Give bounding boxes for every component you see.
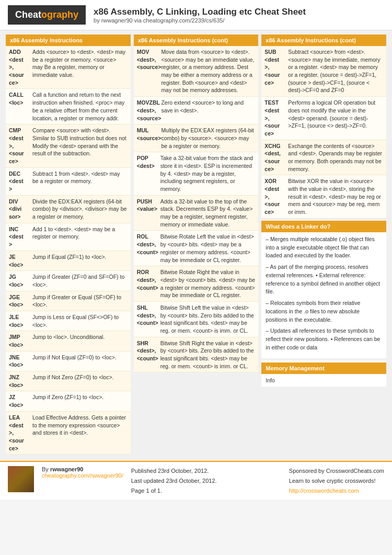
- entry-val-sub: Subtract <source> from <dest>. <source> …: [288, 48, 383, 94]
- entry-key-cmp: CMP<dest>,<source>: [9, 127, 32, 165]
- entry-key-shr: SHR<dest>,<count>: [137, 339, 160, 370]
- entry-key-dec: DEC<dest>: [9, 170, 32, 193]
- entry-shr: SHR<dest>,<count> Bitwise Shift Right th…: [134, 337, 259, 373]
- entry-val-test: Performs a logical OR operation but does…: [288, 99, 383, 137]
- footer-avatar: [8, 466, 34, 492]
- entry-val-xor: Bitwise XOR the value in <source> with t…: [288, 177, 383, 216]
- entry-pop: POP<dest> Take a 32-bit value from the s…: [134, 152, 259, 195]
- entry-movzbl: MOVZBL<dest>,<source> Zero extend <sourc…: [134, 97, 259, 124]
- learn-text: Learn to solve cryptic crosswords!: [289, 478, 376, 484]
- main-content: x86 Assembly Instructions ADD<dest>,<sou…: [0, 30, 392, 461]
- avatar-image: [8, 466, 34, 492]
- entry-val-cmp: Compare <source> with <dest>. Similar to…: [32, 127, 128, 165]
- entry-dec: DEC<dest> Subtract 1 from <dest>. <dest>…: [6, 168, 131, 196]
- sponsor-link[interactable]: http://crosswordcheats.com: [289, 488, 359, 494]
- entry-key-ror: ROR<dest>,<count>: [137, 268, 160, 299]
- linker-body: – Merges multiple relocatable (.o) objec…: [261, 232, 386, 358]
- linker-header: What does a Linker do?: [261, 221, 386, 232]
- entry-key-movzbl: MOVZBL<dest>,<source>: [137, 99, 162, 122]
- entry-jge: JGE<loc> Jump if Greater or Equal (SF=OF…: [6, 291, 131, 311]
- profile-link[interactable]: cheatography.com/rwwagner90/: [42, 472, 123, 479]
- entry-key-xchg: XCHG<dest,<source>: [264, 142, 288, 173]
- entry-val-lea: Load Effective Address. Gets a pointer t…: [32, 414, 128, 452]
- entry-key-rol: ROL<dest>,<count>: [137, 233, 160, 264]
- entry-ror: ROR<dest>,<count> Bitwise Rotate Right t…: [134, 266, 259, 302]
- entry-val-dec: Subtract 1 from <dest>. <dest> may be a …: [32, 170, 128, 193]
- entry-test: TEST<dest>,<source> Performs a logical O…: [261, 97, 386, 140]
- entry-shl: SHL<dest>,<count> Bitwise Shift Left the…: [134, 302, 259, 337]
- entry-xor: XOR<dest>,<source> Bitwise XOR the value…: [261, 175, 386, 218]
- entry-key-jmp: JMP<loc>: [9, 333, 32, 348]
- entry-key-test: TEST<dest>,<source>: [264, 99, 288, 137]
- entry-val-pop: Take a 32-bit value from the stack and s…: [160, 154, 256, 192]
- entry-key-sub: SUB<dest>,<source>: [264, 48, 288, 94]
- entry-val-jnz: Jump if Not Zero (ZF=0) to <loc>.: [32, 373, 114, 389]
- entry-val-rol: Bitwise Rotate Left the value in <dest> …: [160, 233, 256, 264]
- entry-val-xchg: Exchange the contents of <source> and <d…: [288, 142, 383, 173]
- entry-key-add: ADD<dest>,<source>: [9, 48, 32, 86]
- entry-key-jnz: JNZ<loc>: [9, 373, 32, 389]
- entry-lea: LEA<dest>,<source> Load Effective Addres…: [6, 412, 131, 455]
- entry-val-je: Jump if Equal (ZF=1) to <loc>.: [32, 253, 107, 268]
- entry-key-je: JE<loc>: [9, 253, 32, 268]
- entry-key-jz: JZ<loc>: [9, 393, 32, 409]
- entry-jne: JNE<loc> Jump if Not Equal (ZF=0) to <lo…: [6, 352, 131, 371]
- entry-sub: SUB<dest>,<source> Subtract <source> fro…: [261, 46, 386, 97]
- column-1: x86 Assembly Instructions ADD<dest>,<sou…: [6, 35, 131, 457]
- linker-item-3: – Relocates symbols from their relative …: [266, 299, 382, 324]
- entry-val-push: Adds a 32-bit value to the top of the st…: [160, 198, 256, 229]
- memory-header: Memory Management: [261, 363, 386, 374]
- entry-cmp: CMP<dest>,<source> Compare <source> with…: [6, 124, 131, 167]
- entry-val-ror: Bitwise Rotate Right the value in <dest>…: [160, 268, 256, 299]
- entry-key-mul: MUL<source>: [137, 127, 162, 150]
- entry-key-xor: XOR<dest>,<source>: [264, 177, 288, 216]
- linker-item-2: – As part of the merging process, resolv…: [266, 263, 382, 296]
- col1-section: x86 Assembly Instructions ADD<dest>,<sou…: [6, 35, 131, 455]
- memory-body: Info: [261, 374, 386, 387]
- entry-key-jge: JGE<loc>: [9, 293, 32, 309]
- column-2: x86 Assembly Instructions (cont) MOV<des…: [134, 35, 259, 457]
- entry-mul: MUL<source> Multiply the EDX:EAX registe…: [134, 124, 259, 152]
- entry-val-shl: Bitwise Shift Left the value in <dest> b…: [160, 304, 256, 335]
- footer: By rwwagner90 cheatography.com/rwwagner9…: [0, 461, 392, 500]
- entry-jmp: JMP<loc> Jump to <loc>. Unconditional.: [6, 331, 131, 351]
- footer-right-section: Sponsored by CrosswordCheats.com Learn t…: [289, 466, 384, 495]
- entry-jg: JG<loc> Jump if Greater (ZF=0 and SF=OF)…: [6, 271, 131, 291]
- entry-val-jge: Jump if Greater or Equal (SF=OF) to <loc…: [32, 293, 128, 309]
- entry-key-inc: INC<dest>: [9, 225, 32, 248]
- entry-val-mov: Move data from <source> to <dest>. <sour…: [161, 48, 255, 94]
- username: rwwagner90: [50, 466, 84, 472]
- col2-section: x86 Assembly Instructions (cont) MOV<des…: [134, 35, 259, 372]
- entry-key-jne: JNE<loc>: [9, 354, 32, 369]
- entry-jnz: JNZ<loc> Jump if Not Zero (ZF=0) to <loc…: [6, 371, 131, 391]
- memory-section: Memory Management Info: [261, 360, 386, 387]
- linker-section: What does a Linker do? – Merges multiple…: [261, 221, 386, 358]
- entry-val-jle: Jump is Less or Equal (SF<>OF) to <loc>.: [32, 313, 128, 329]
- column-3: x86 Assembly Instructions (cont) SUB<des…: [261, 35, 386, 457]
- entry-val-jne: Jump if Not Equal (ZF=0) to <loc>.: [32, 354, 117, 369]
- page-title: x86 Assembly, C Linking, Loading etc Che…: [94, 7, 306, 17]
- footer-center-section: Published 23rd October, 2012. Last updat…: [131, 466, 281, 495]
- entry-val-div: Divide the EDX:EAX registers (64-bit com…: [32, 198, 128, 221]
- entry-key-call: CALL<loc>: [9, 91, 32, 122]
- entry-val-jg: Jump if Greater (ZF=0 and SF=OF) to <loc…: [32, 273, 128, 288]
- col1-header: x86 Assembly Instructions: [6, 35, 131, 46]
- entry-jz: JZ<loc> Jump if Zero (ZF=1) to <loc>.: [6, 391, 131, 411]
- entry-call: CALL<loc> Call a function and return to …: [6, 89, 131, 124]
- entry-key-mov: MOV<dest>,<source>: [137, 48, 162, 94]
- entry-val-jz: Jump if Zero (ZF=1) to <loc>.: [32, 393, 103, 409]
- logo: Cheatography: [8, 5, 86, 25]
- page-subtitle: by rwwagner90 via cheatography.com/2239/…: [94, 17, 306, 24]
- entry-val-shr: Bitwise Shift Right the value in <dest> …: [160, 339, 256, 370]
- entry-add: ADD<dest>,<source> Adds <source> to <des…: [6, 46, 131, 89]
- entry-inc: INC<dest> Add 1 to <dest>. <dest> may be…: [6, 223, 131, 251]
- footer-by-section: By rwwagner90 cheatography.com/rwwagner9…: [42, 466, 123, 479]
- entry-jle: JLE<loc> Jump is Less or Equal (SF<>OF) …: [6, 311, 131, 331]
- entry-val-movzbl: Zero extend <source> to long and save in…: [161, 99, 255, 122]
- entry-rol: ROL<dest>,<count> Bitwise Rotate Left th…: [134, 231, 259, 266]
- entry-key-push: PUSH<value>: [137, 198, 160, 229]
- linker-item-4: – Updates all references to these symbol…: [266, 327, 382, 352]
- page-text: Page 1 of 1.: [131, 488, 162, 494]
- entry-key-shl: SHL<dest>,<count>: [137, 304, 160, 335]
- updated-text: Last updated 23rd October, 2012.: [131, 478, 217, 484]
